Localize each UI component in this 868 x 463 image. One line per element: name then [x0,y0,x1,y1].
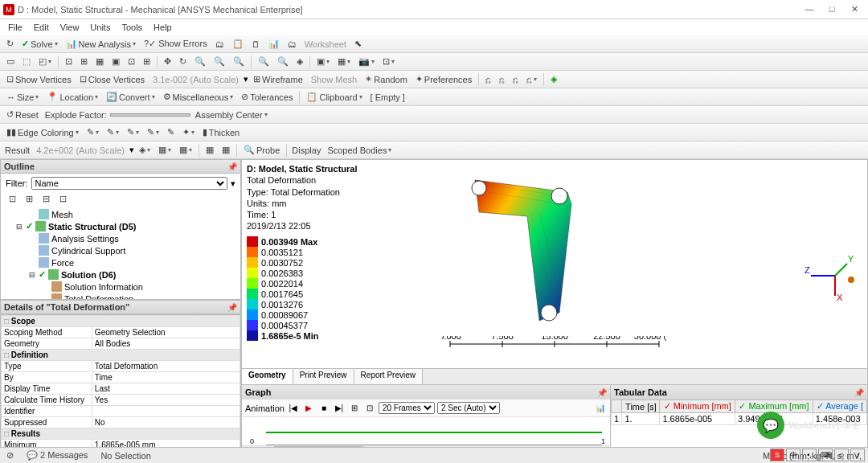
result-icon[interactable]: ▦ [219,144,233,156]
explode-slider[interactable] [110,113,190,117]
toolbar-icon[interactable]: 🗂 [212,39,227,50]
tool-icon[interactable]: ⎌ [510,74,522,85]
menu-units[interactable]: Units [85,21,115,34]
zoom-icon[interactable]: 🔍 [191,55,209,68]
tree-item[interactable]: Solution Information [6,281,235,293]
iso-icon[interactable]: ◈ [293,55,306,68]
tab-geometry[interactable]: Geometry [242,369,293,384]
tree-item[interactable]: Analysis Settings [6,232,235,244]
assembly-dropdown[interactable]: Assembly Center ▾ [192,109,271,121]
element-icon[interactable]: ⊞ [140,55,154,68]
scale-value[interactable]: 3.1e-002 (Auto Scale) [149,74,242,85]
tool-icon[interactable]: ⎌ [482,74,494,85]
size-button[interactable]: ↔ Size ▾ [3,92,42,103]
menu-edit[interactable]: Edit [29,21,54,34]
clipboard-button[interactable]: 📋 Clipboard ▾ [303,91,365,103]
refresh-icon[interactable]: ↻ [3,38,17,50]
close-vertices-button[interactable]: ⊡ Close Vertices [76,73,148,85]
worksheet-button[interactable]: Worksheet [301,39,350,50]
vertex-icon[interactable]: ⊡ [62,55,76,68]
tab-report-preview[interactable]: Report Preview [354,369,423,384]
outline-tool-icon[interactable]: ⊟ [39,193,53,205]
thicken-button[interactable]: ▮Thicken [199,126,244,138]
close-button[interactable]: ✕ [844,2,865,17]
view-icon[interactable]: 🔍 [274,55,292,68]
tool-icon[interactable]: ⎌ [496,74,508,85]
edge-icon[interactable]: ✦▾ [179,126,198,138]
result-scale[interactable]: 4.2e+002 (Auto Scale) [33,145,128,156]
reset-button[interactable]: ↺Reset [3,109,42,121]
node-icon[interactable]: ⊡ [125,55,138,68]
new-analysis-button[interactable]: 📊 New Analysis ▾ [63,38,139,50]
cursor-icon[interactable]: ⬉ [351,38,365,50]
anim-first-icon[interactable]: |◀ [287,402,300,415]
edge-icon[interactable]: ✎▾ [144,126,162,138]
result-icon[interactable]: ▦ [203,144,217,156]
status-icon[interactable]: ⊘ [3,450,17,461]
probe-button[interactable]: 🔍Probe [240,144,283,156]
face-icon[interactable]: ▦ [92,55,107,68]
tab-print-preview[interactable]: Print Preview [293,369,354,384]
pin-icon[interactable]: 📌 [854,388,864,397]
zoom-fit-icon[interactable]: 🔍 [230,55,248,68]
ime-icon[interactable]: •, [802,449,817,461]
edge-icon[interactable]: ⊞ [77,55,91,68]
solve-button[interactable]: Solve ▾ [18,38,61,50]
preferences-button[interactable]: ✦ Preferences [412,73,475,85]
anim-last-icon[interactable]: ▶| [333,402,346,415]
ime-icon[interactable]: ⌨ [818,449,833,461]
graph-area[interactable]: 0 1 [242,417,610,446]
location-button[interactable]: 📍 Location ▾ [43,91,101,103]
view-icon[interactable]: ▦▾ [334,55,354,68]
anim-play-icon[interactable]: ▶ [302,402,315,415]
filter-select[interactable]: Name [31,177,228,190]
menu-view[interactable]: View [55,21,84,34]
ime-icon[interactable]: ♪ [850,449,865,461]
show-errors-button[interactable]: ?✓ Show Errors [141,38,211,50]
toolbar-icon[interactable]: 🗒 [248,39,264,50]
result-icon[interactable]: ◈▾ [136,144,154,156]
result-icon[interactable]: ▦▾ [155,144,174,156]
ime-icon[interactable]: 中 [786,449,800,461]
tool-icon[interactable]: ⎌▾ [523,74,540,85]
convert-button[interactable]: 🔄 Convert ▾ [103,91,158,103]
duration-select[interactable]: 2 Sec (Auto) [437,402,500,414]
outline-tool-icon[interactable]: ⊡ [6,193,19,205]
rotate-icon[interactable]: ↻ [176,55,190,68]
tolerances-button[interactable]: ⊘ Tolerances [238,91,296,103]
tree-item[interactable]: Mesh [6,208,235,220]
menu-tools[interactable]: Tools [117,21,147,34]
ime-icon[interactable]: S [770,449,784,461]
edge-icon[interactable]: ✎▾ [84,126,102,138]
pin-icon[interactable]: 📌 [597,388,607,397]
menu-file[interactable]: File [3,21,27,34]
ime-icon[interactable]: ☺ [834,449,849,461]
result-icon[interactable]: ▦▾ [176,144,195,156]
tree-item[interactable]: Total Deformation [6,293,235,300]
random-button[interactable]: ✴ Random [362,73,411,85]
select-icon[interactable]: ◰▾ [35,55,55,68]
show-mesh-button[interactable]: Show Mesh [308,74,360,85]
zoom-box-icon[interactable]: 🔍 [211,55,228,68]
edge-icon[interactable]: ✎▾ [124,126,142,138]
edge-coloring-button[interactable]: ▮▮ Edge Coloring ▾ [3,126,82,138]
select-icon[interactable]: ▭ [3,55,18,68]
misc-button[interactable]: ⚙ Miscellaneous ▾ [160,91,237,103]
pan-icon[interactable]: ✥ [161,55,174,68]
toolbar-icon[interactable]: 🗂 [285,39,300,50]
anim-mode-icon[interactable]: ⊞ [348,402,361,415]
tree-item[interactable]: Force [6,256,235,268]
scoped-dropdown[interactable]: Scoped Bodies ▾ [324,145,395,156]
show-vertices-button[interactable]: ⊡ Show Vertices [3,73,75,85]
toolbar-icon[interactable]: 📊 [265,38,283,50]
view-icon[interactable]: ▣▾ [313,55,333,68]
outline-tool-icon[interactable]: ⊞ [23,193,36,205]
wireframe-button[interactable]: ⊞ Wireframe [250,73,306,85]
body-icon[interactable]: ▣ [108,55,123,68]
view-icon[interactable]: 🔍 [255,55,272,68]
outline-tree[interactable]: Mesh⊟Static Structural (D5)Analysis Sett… [2,207,239,300]
iso-cube-icon[interactable]: ◈ [547,73,560,85]
pin-icon[interactable]: 📌 [227,162,237,171]
tree-item[interactable]: ⊟Solution (D6) [6,268,235,281]
minimize-button[interactable]: — [799,2,820,17]
